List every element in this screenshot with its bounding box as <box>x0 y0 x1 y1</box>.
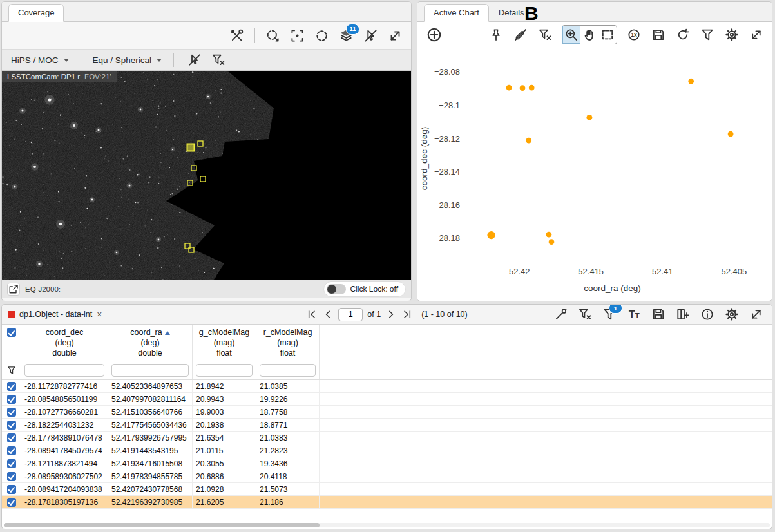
gear-icon[interactable] <box>723 305 741 323</box>
layers-icon[interactable]: 11 <box>337 26 356 45</box>
save-icon[interactable] <box>649 305 667 323</box>
row-select-cell <box>2 393 21 405</box>
tab-coverage[interactable]: Coverage <box>8 4 64 22</box>
filter-input-coord_ra[interactable] <box>111 364 189 377</box>
filter-icon[interactable] <box>698 26 716 44</box>
select-all-checkbox[interactable] <box>7 328 16 337</box>
expand-icon[interactable] <box>747 305 765 323</box>
projection-dropdown[interactable]: Equ / Spherical <box>93 55 162 65</box>
no-edit-icon[interactable] <box>512 26 530 44</box>
recenter-icon[interactable] <box>288 26 307 45</box>
clear-filter-icon[interactable] <box>536 26 554 44</box>
clear-filter-icon[interactable] <box>576 305 594 323</box>
row-checkbox[interactable] <box>7 382 16 391</box>
first-page-button[interactable] <box>306 309 318 320</box>
data-point[interactable] <box>520 85 526 91</box>
data-point[interactable] <box>688 79 694 84</box>
table-row[interactable]: -28.08941720409383852.4207243077856821.0… <box>2 483 772 496</box>
refresh-icon[interactable] <box>674 26 692 44</box>
filter-input-r_cModelMag[interactable] <box>260 364 316 377</box>
pin-chart-icon[interactable] <box>551 305 569 323</box>
cell-g_cModelMag: 21.6205 <box>193 496 256 508</box>
row-checkbox[interactable] <box>7 408 16 417</box>
pan-icon[interactable] <box>580 26 598 44</box>
cell-r_cModelMag: 21.0385 <box>256 380 320 392</box>
unselect-icon[interactable] <box>186 51 204 69</box>
row-checkbox[interactable] <box>7 472 16 481</box>
data-point[interactable] <box>728 131 734 137</box>
click-lock-toggle[interactable]: Click Lock: off <box>323 281 406 297</box>
x-axis-title: coord_ra (deg) <box>584 283 641 293</box>
save-icon[interactable] <box>649 26 667 44</box>
filter-icon[interactable]: 1 <box>600 305 618 323</box>
clear-filter-icon[interactable] <box>209 51 227 69</box>
page-input[interactable] <box>338 308 363 321</box>
column-header-coord_dec[interactable]: coord_dec(deg)double <box>21 325 108 361</box>
hips-moc-dropdown[interactable]: HiPS / MOC <box>11 55 69 65</box>
table-row[interactable]: -28.1781830519713652.4219639273098521.62… <box>2 496 772 509</box>
table-row[interactable]: -28.08958930602750252.4197839485578520.6… <box>2 470 772 483</box>
row-select-cell <box>2 444 21 457</box>
tools-icon[interactable] <box>227 26 246 45</box>
annotation-b: B <box>524 4 539 23</box>
expand-icon[interactable] <box>386 26 405 45</box>
previous-page-button[interactable] <box>322 309 334 320</box>
external-link-icon[interactable] <box>7 283 20 296</box>
data-point[interactable] <box>487 231 495 239</box>
table-row[interactable]: -28.1072773666028152.4151035664076619.90… <box>2 406 772 419</box>
data-point[interactable] <box>506 85 512 91</box>
box-select-icon[interactable] <box>598 26 617 44</box>
table-row[interactable]: -28.1211887382149452.4193471601550820.30… <box>2 457 772 470</box>
close-table-icon[interactable]: × <box>97 310 102 319</box>
plus-circle-icon[interactable] <box>424 24 445 45</box>
table-row[interactable]: -28.0854885650119952.40799708281116420.9… <box>2 393 772 406</box>
cell-coord_ra: 52.407997082811164 <box>108 393 193 405</box>
data-point[interactable] <box>529 85 535 91</box>
data-point[interactable] <box>549 239 555 245</box>
column-header-g_cModelMag[interactable]: g_cModelMag(mag)float <box>193 325 256 361</box>
add-column-icon[interactable] <box>674 305 692 323</box>
filter-input-coord_dec[interactable] <box>24 364 104 377</box>
column-type: float <box>194 348 254 358</box>
one-x-icon[interactable]: 1x <box>625 26 643 44</box>
next-page-button[interactable] <box>385 309 397 320</box>
filter-input-g_cModelMag[interactable] <box>196 364 253 377</box>
data-point[interactable] <box>526 138 531 144</box>
info-icon[interactable] <box>698 305 716 323</box>
unselect-icon[interactable] <box>361 26 380 45</box>
data-point[interactable] <box>587 115 593 120</box>
row-checkbox[interactable] <box>7 421 16 430</box>
row-checkbox[interactable] <box>7 446 16 455</box>
color-drag-icon[interactable] <box>263 26 282 45</box>
table-row[interactable]: -28.182254403123252.41775456503443620.19… <box>2 419 772 432</box>
column-header-coord_ra[interactable]: coord_ra(deg)double <box>108 325 193 361</box>
pin-icon[interactable] <box>487 26 505 44</box>
row-checkbox[interactable] <box>7 433 16 442</box>
last-page-button[interactable] <box>401 309 413 320</box>
table-row[interactable]: -28.08941784507957452.419144354319521.01… <box>2 444 772 457</box>
cell-r_cModelMag: 19.9226 <box>256 393 320 405</box>
tab-active-chart[interactable]: Active Chart <box>424 4 489 22</box>
filter-funnel-icon[interactable] <box>2 361 21 379</box>
row-checkbox[interactable] <box>7 485 16 494</box>
row-checkbox[interactable] <box>7 395 16 404</box>
text-view-icon[interactable]: TT <box>625 305 643 323</box>
gear-icon[interactable] <box>723 26 741 44</box>
table-row[interactable]: -28.1172878277741652.4052336489765321.89… <box>2 380 772 393</box>
scrollbar-thumb[interactable] <box>4 523 320 527</box>
object-marker[interactable] <box>187 144 195 151</box>
data-point[interactable] <box>546 232 552 238</box>
table-row[interactable]: -28.17784389107647852.41793992675799521.… <box>2 432 772 444</box>
table-tab-title[interactable]: dp1.Object - data-int <box>19 310 92 319</box>
chart-area[interactable]: 52.4252.41552.4152.405−28.08−28.1−28.12−… <box>417 48 772 300</box>
row-checkbox[interactable] <box>7 498 16 507</box>
tool-mode-group <box>562 25 617 44</box>
sky-image-viewer[interactable]: LSSTComCam: DP1 rFOV:21' <box>2 71 411 280</box>
cell-coord_dec: -28.17818305197136 <box>21 496 108 508</box>
circle-select-icon[interactable] <box>312 26 331 45</box>
expand-icon[interactable] <box>747 26 765 44</box>
column-header-r_cModelMag[interactable]: r_cModelMag(mag)float <box>256 325 320 361</box>
zoom-in-icon[interactable] <box>562 26 580 44</box>
header-select-all-cell <box>2 325 21 361</box>
row-checkbox[interactable] <box>7 459 16 468</box>
